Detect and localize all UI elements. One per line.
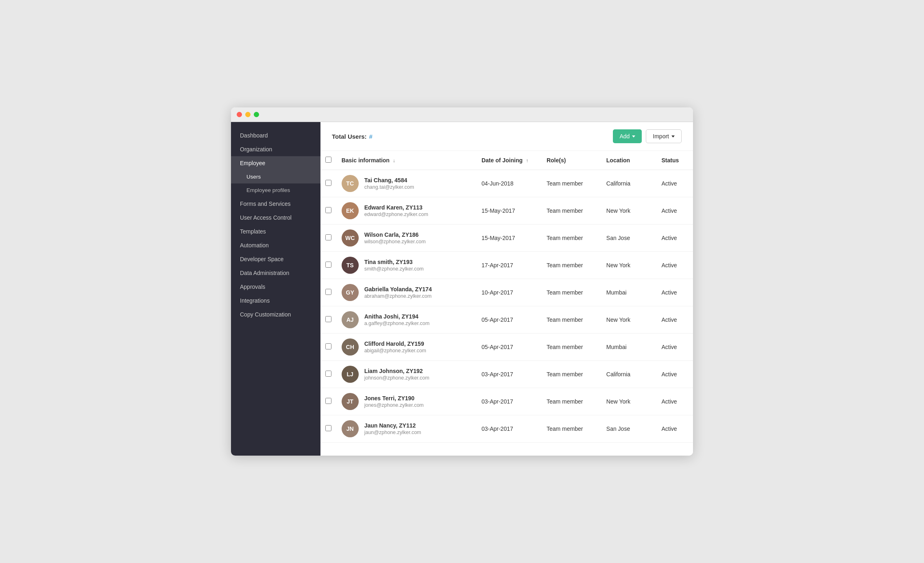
table-row: TS Tina smith, ZY193 smith@zphone.zylker…	[320, 252, 693, 279]
row-user-info: AJ Anitha Joshi, ZY194 a.gaffey@zphone.z…	[337, 306, 477, 334]
row-role: Team member	[542, 279, 601, 306]
row-location: New York	[601, 388, 657, 415]
row-user-info: JT Jones Terri, ZY190 jones@zphone.zylke…	[337, 388, 477, 415]
user-text: Anitha Joshi, ZY194 a.gaffey@zphone.zylk…	[364, 313, 429, 326]
table-row: TC Tai Chang, 4584 chang.tai@zylker.com …	[320, 170, 693, 197]
user-text: Edward Karen, ZY113 edward@zphone.zylker…	[364, 204, 428, 217]
user-name: Gabriella Yolanda, ZY174	[364, 286, 432, 292]
table-container: Basic information ↓ Date of Joining ↑ Ro…	[320, 151, 693, 456]
table-row: GY Gabriella Yolanda, ZY174 abraham@zpho…	[320, 279, 693, 306]
row-checkbox-cell	[320, 197, 337, 225]
row-checkbox[interactable]	[325, 398, 331, 404]
row-location: California	[601, 361, 657, 388]
toolbar-actions: Add Import	[613, 129, 682, 143]
row-status: Active	[656, 225, 693, 252]
row-checkbox-cell	[320, 279, 337, 306]
row-date: 10-Apr-2017	[477, 279, 542, 306]
row-checkbox[interactable]	[325, 371, 331, 377]
row-location: San Jose	[601, 415, 657, 443]
sidebar-item-label: Employee profiles	[246, 187, 290, 193]
row-user-info: TS Tina smith, ZY193 smith@zphone.zylker…	[337, 252, 477, 279]
row-date: 05-Apr-2017	[477, 306, 542, 334]
user-name: Jones Terri, ZY190	[364, 395, 424, 402]
row-checkbox[interactable]	[325, 262, 331, 268]
row-user-info: GY Gabriella Yolanda, ZY174 abraham@zpho…	[337, 279, 477, 306]
row-role: Team member	[542, 306, 601, 334]
row-user-info: EK Edward Karen, ZY113 edward@zphone.zyl…	[337, 197, 477, 225]
maximize-button[interactable]	[254, 112, 259, 117]
sidebar-item-data-administration[interactable]: Data Administration	[231, 266, 320, 280]
row-checkbox[interactable]	[325, 425, 331, 431]
row-status: Active	[656, 279, 693, 306]
minimize-button[interactable]	[245, 112, 251, 117]
row-checkbox[interactable]	[325, 207, 331, 213]
sidebar-item-label: Approvals	[240, 284, 265, 290]
date-joining-label: Date of Joining	[482, 157, 523, 164]
sidebar-item-label: Organization	[240, 146, 272, 153]
total-users-section: Total Users: #	[332, 133, 373, 140]
sidebar-item-forms-and-services[interactable]: Forms and Services	[231, 197, 320, 211]
row-location: San Jose	[601, 225, 657, 252]
sidebar-item-integrations[interactable]: Integrations	[231, 294, 320, 308]
row-role: Team member	[542, 197, 601, 225]
sidebar: Dashboard Organization Employee Users Em…	[231, 122, 320, 456]
row-status: Active	[656, 415, 693, 443]
row-checkbox-cell	[320, 361, 337, 388]
row-date: 03-Apr-2017	[477, 388, 542, 415]
sidebar-item-developer-space[interactable]: Developer Space	[231, 252, 320, 266]
header-status[interactable]: Status	[656, 151, 693, 170]
header-roles[interactable]: Role(s)	[542, 151, 601, 170]
sidebar-item-automation[interactable]: Automation	[231, 238, 320, 252]
users-table: Basic information ↓ Date of Joining ↑ Ro…	[320, 151, 693, 443]
row-date: 03-Apr-2017	[477, 361, 542, 388]
user-name: Tai Chang, 4584	[364, 177, 414, 183]
row-status: Active	[656, 170, 693, 197]
total-users-value[interactable]: #	[369, 133, 373, 140]
add-chevron-icon	[632, 135, 635, 137]
table-row: CH Clifford Harold, ZY159 abigail@zphone…	[320, 334, 693, 361]
sidebar-item-label: Dashboard	[240, 132, 268, 139]
row-checkbox[interactable]	[325, 234, 331, 240]
sidebar-item-copy-customization[interactable]: Copy Customization	[231, 308, 320, 321]
sidebar-item-approvals[interactable]: Approvals	[231, 280, 320, 294]
header-date-joining[interactable]: Date of Joining ↑	[477, 151, 542, 170]
sidebar-item-employee-profiles[interactable]: Employee profiles	[231, 183, 320, 197]
header-basic-info[interactable]: Basic information ↓	[337, 151, 477, 170]
row-role: Team member	[542, 334, 601, 361]
row-checkbox[interactable]	[325, 180, 331, 186]
user-email: johnson@zphone.zylker.com	[364, 375, 429, 381]
status-label: Status	[661, 157, 679, 164]
close-button[interactable]	[237, 112, 242, 117]
roles-label: Role(s)	[547, 157, 566, 164]
header-location[interactable]: Location	[601, 151, 657, 170]
titlebar	[231, 107, 693, 122]
table-body: TC Tai Chang, 4584 chang.tai@zylker.com …	[320, 170, 693, 443]
row-location: California	[601, 170, 657, 197]
user-info-container: EK Edward Karen, ZY113 edward@zphone.zyl…	[342, 202, 472, 219]
sidebar-item-dashboard[interactable]: Dashboard	[231, 129, 320, 142]
date-joining-sort-icon: ↑	[526, 158, 528, 164]
row-role: Team member	[542, 252, 601, 279]
row-status: Active	[656, 252, 693, 279]
row-checkbox[interactable]	[325, 316, 331, 322]
add-button[interactable]: Add	[613, 129, 642, 143]
sidebar-item-user-access-control[interactable]: User Access Control	[231, 211, 320, 225]
sidebar-item-templates[interactable]: Templates	[231, 225, 320, 238]
user-info-container: WC Wilson Carla, ZY186 wilson@zphone.zyl…	[342, 229, 472, 247]
row-checkbox[interactable]	[325, 289, 331, 295]
sidebar-item-organization[interactable]: Organization	[231, 142, 320, 156]
user-email: abigail@zphone.zylker.com	[364, 348, 426, 354]
user-email: wilson@zphone.zylker.com	[364, 239, 426, 244]
table-row: JT Jones Terri, ZY190 jones@zphone.zylke…	[320, 388, 693, 415]
avatar: TC	[342, 175, 359, 192]
sidebar-item-employee[interactable]: Employee	[231, 156, 320, 170]
row-checkbox[interactable]	[325, 343, 331, 349]
row-checkbox-cell	[320, 225, 337, 252]
row-date: 15-May-2017	[477, 197, 542, 225]
sidebar-item-users[interactable]: Users	[231, 170, 320, 183]
import-button[interactable]: Import	[646, 129, 682, 143]
row-checkbox-cell	[320, 170, 337, 197]
import-label: Import	[653, 133, 669, 140]
row-checkbox-cell	[320, 415, 337, 443]
select-all-checkbox[interactable]	[325, 157, 331, 163]
